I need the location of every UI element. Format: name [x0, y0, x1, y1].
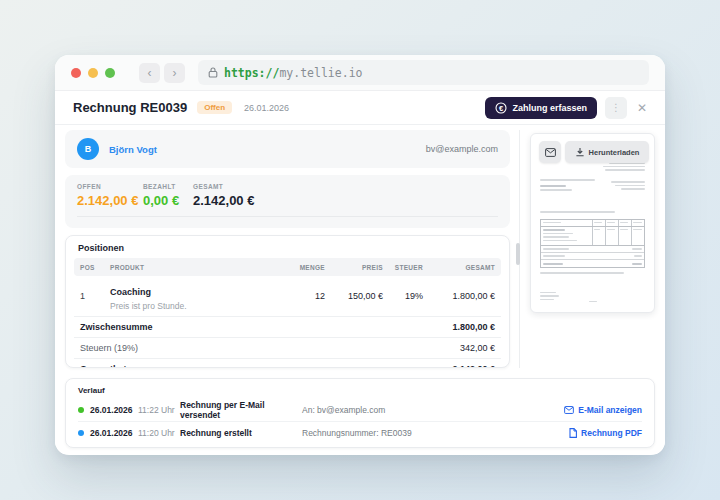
event-detail: An: bv@example.com — [302, 405, 564, 415]
document-icon — [569, 428, 577, 438]
event-detail: Rechnungsnummer: RE0039 — [302, 428, 569, 438]
item-product: Coaching Preis ist pro Stunde. — [110, 281, 275, 311]
invoice-pdf-link[interactable]: Rechnung PDF — [569, 428, 642, 438]
header-actions: € Zahlung erfassen ⋮ ✕ — [485, 97, 647, 119]
doc-line — [633, 222, 642, 224]
doc-line — [632, 263, 642, 265]
maximize-window-icon[interactable] — [105, 68, 115, 78]
invoice-date: 26.01.2026 — [244, 103, 289, 113]
item-name: Coaching — [110, 287, 151, 297]
scrollbar-thumb[interactable] — [516, 243, 520, 265]
invoice-header: Rechnung RE0039 Offen 26.01.2026 € Zahlu… — [55, 91, 665, 125]
subtotal-row: Zwischensumme 1.800,00 € — [74, 317, 501, 338]
grand-total-label: Gesamtbetrag — [80, 364, 141, 368]
doc-items-table — [540, 219, 645, 246]
doc-line — [589, 301, 597, 303]
window-controls — [71, 68, 115, 78]
forward-button[interactable]: › — [164, 63, 185, 83]
doc-line — [633, 229, 642, 231]
doc-line — [603, 166, 645, 168]
open-label: OFFEN — [77, 183, 143, 190]
doc-cell — [631, 220, 644, 226]
record-payment-button[interactable]: € Zahlung erfassen — [485, 97, 597, 119]
doc-line — [620, 229, 628, 231]
doc-note-line — [540, 272, 624, 276]
doc-line — [543, 233, 573, 235]
avatar: B — [77, 138, 99, 160]
item-pos: 1 — [80, 291, 110, 301]
doc-cell — [592, 227, 605, 245]
amounts-summary-card: OFFEN 2.142,00 € BEZAHLT 0,00 € GESAMT 2… — [65, 175, 510, 228]
history-row: 26.01.2026 11:22 Uhr Rechnung per E-Mail… — [78, 398, 642, 421]
col-product: PRODUKT — [110, 264, 275, 271]
paid-value: 0,00 € — [143, 193, 193, 208]
svg-text:€: € — [499, 103, 504, 112]
doc-line — [540, 299, 554, 301]
item-tax: 19% — [383, 291, 423, 301]
doc-footer-block — [540, 292, 560, 303]
doc-company-block — [609, 181, 645, 192]
history-card: Verlauf 26.01.2026 11:22 Uhr Rechnung pe… — [65, 378, 655, 448]
grand-total-value: 2.142,00 € — [452, 364, 495, 368]
more-options-button[interactable]: ⋮ — [605, 97, 627, 119]
desktop-background: ‹ › https://my.tellie.io Rechnung RE0039… — [0, 0, 720, 500]
tax-value: 342,00 € — [460, 343, 495, 353]
browser-toolbar: ‹ › https://my.tellie.io — [55, 55, 665, 91]
status-badge: Offen — [197, 101, 232, 114]
doc-cell — [541, 227, 592, 245]
doc-recipient-block — [540, 185, 574, 193]
doc-line — [543, 240, 577, 242]
doc-line — [607, 229, 615, 231]
doc-table-row — [541, 227, 644, 245]
doc-line — [611, 181, 645, 183]
open-value: 2.142,00 € — [77, 193, 143, 208]
browser-window: ‹ › https://my.tellie.io Rechnung RE0039… — [55, 55, 665, 455]
view-email-link[interactable]: E-Mail anzeigen — [564, 405, 642, 415]
col-tax: STEUER — [383, 264, 423, 271]
view-email-label: E-Mail anzeigen — [578, 405, 642, 415]
tax-row: Steuern (19%) 342,00 € — [74, 338, 501, 359]
doc-dates-block — [603, 162, 645, 173]
item-qty: 12 — [275, 291, 325, 301]
send-email-button[interactable] — [539, 141, 561, 163]
event-time: 11:20 Uhr — [138, 428, 180, 438]
amounts-row: OFFEN 2.142,00 € BEZAHLT 0,00 € GESAMT 2… — [77, 183, 498, 208]
lock-icon — [208, 67, 218, 78]
doc-line — [620, 222, 628, 224]
customer-email: bv@example.com — [426, 144, 498, 154]
download-button[interactable]: Herunterladen — [565, 141, 649, 163]
item-note: Preis ist pro Stunde. — [110, 301, 275, 311]
doc-line — [540, 295, 559, 297]
invoice-preview-card[interactable]: Herunterladen — [530, 133, 655, 313]
doc-line — [594, 229, 600, 231]
minimize-window-icon[interactable] — [88, 68, 98, 78]
doc-line — [632, 248, 642, 250]
doc-cell — [541, 220, 592, 226]
invoice-content: B Björn Vogt bv@example.com OFFEN 2.142,… — [55, 125, 665, 454]
address-bar[interactable]: https://my.tellie.io — [198, 60, 649, 85]
doc-line — [543, 263, 563, 265]
doc-cell — [631, 227, 644, 245]
doc-table-header — [541, 220, 644, 227]
grand-total-row: Gesamtbetrag 2.142,00 € — [74, 359, 501, 368]
doc-line — [621, 188, 645, 190]
total-amount: GESAMT 2.142,00 € — [193, 183, 254, 208]
close-window-icon[interactable] — [71, 68, 81, 78]
back-button[interactable]: ‹ — [139, 63, 160, 83]
doc-line — [543, 229, 565, 231]
col-total: GESAMT — [423, 264, 495, 271]
doc-line — [594, 222, 602, 224]
paid-amount: BEZAHLT 0,00 € — [143, 183, 193, 208]
download-label: Herunterladen — [589, 148, 640, 157]
event-time: 11:22 Uhr — [138, 405, 180, 415]
doc-line — [543, 222, 561, 224]
doc-line — [540, 292, 556, 294]
line-items-card: Positionen POS PRODUKT MENGE PREIS STEUE… — [65, 235, 510, 368]
total-value: 2.142,00 € — [193, 193, 254, 208]
close-icon[interactable]: ✕ — [637, 101, 647, 115]
envelope-icon — [564, 406, 574, 414]
col-price: PREIS — [325, 264, 383, 271]
customer-name-link[interactable]: Björn Vogt — [109, 144, 157, 155]
doc-line — [543, 236, 569, 238]
doc-line — [540, 189, 572, 191]
